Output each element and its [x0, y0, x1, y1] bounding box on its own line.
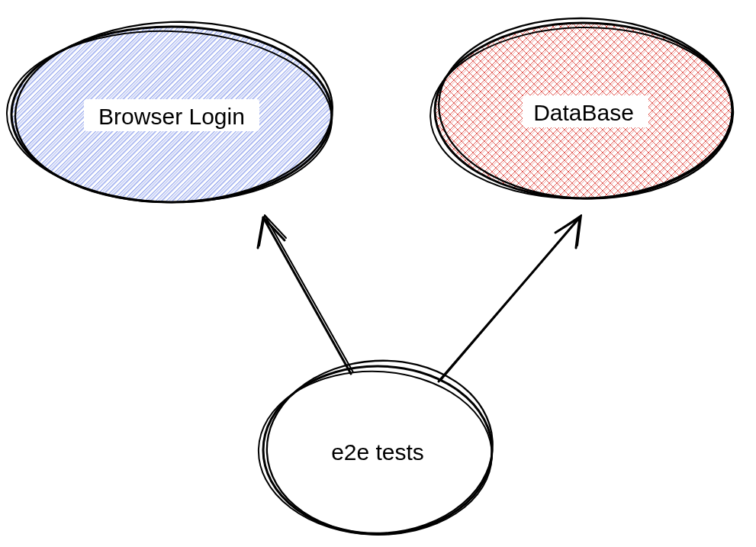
node-browser-login: Browser Login	[5, 17, 336, 208]
edge-e2e-to-database	[439, 215, 581, 381]
node-database: DataBase	[428, 13, 736, 203]
edge-e2e-to-browser-login	[258, 215, 353, 374]
node-database-label: DataBase	[533, 100, 634, 125]
node-browser-login-label: Browser Login	[98, 104, 245, 129]
diagram-canvas: Browser Login DataBase e2e tests	[0, 0, 756, 547]
node-e2e-tests: e2e tests	[256, 355, 497, 539]
node-e2e-tests-label: e2e tests	[331, 439, 424, 465]
